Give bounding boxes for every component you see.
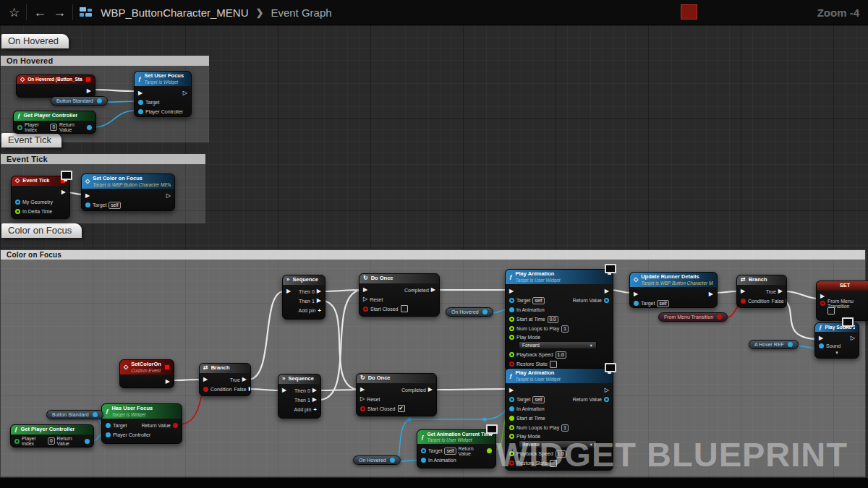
target-pin[interactable] bbox=[106, 423, 111, 428]
my-geometry-pin[interactable] bbox=[15, 200, 20, 205]
breadcrumb-page-name[interactable]: Event Graph bbox=[271, 7, 331, 19]
player-controller-pin[interactable] bbox=[138, 109, 143, 114]
return-value-pin[interactable] bbox=[487, 448, 492, 453]
exec-out-pin[interactable] bbox=[183, 90, 187, 96]
true-exec-pin[interactable] bbox=[242, 377, 247, 382]
target-pin[interactable] bbox=[421, 448, 426, 453]
completed-pin[interactable] bbox=[428, 387, 433, 393]
exec-out-pin[interactable] bbox=[605, 388, 609, 393]
exec-in-pin[interactable] bbox=[203, 377, 208, 382]
player-index-pin[interactable] bbox=[17, 125, 22, 130]
return-value-pin[interactable] bbox=[604, 298, 609, 303]
then-1-pin[interactable] bbox=[312, 397, 317, 403]
restore-state-checkbox[interactable] bbox=[550, 460, 557, 467]
target-pin[interactable] bbox=[634, 301, 639, 306]
start-closed-pin[interactable] bbox=[360, 406, 365, 411]
exec-in-pin[interactable] bbox=[509, 288, 514, 294]
target-pin[interactable] bbox=[138, 100, 143, 105]
return-value-pin[interactable] bbox=[87, 125, 92, 130]
exec-in-pin[interactable] bbox=[741, 288, 745, 294]
output-pin[interactable] bbox=[93, 412, 98, 417]
in-animation-pin[interactable] bbox=[509, 406, 514, 411]
exec-out-pin[interactable] bbox=[851, 335, 855, 341]
return-value-pin[interactable] bbox=[173, 423, 178, 428]
condition-pin[interactable] bbox=[741, 299, 746, 304]
variable-pill-from-menu-transition[interactable]: From Menu Transition bbox=[658, 312, 728, 322]
forward-arrow-icon[interactable]: → bbox=[53, 5, 66, 20]
variable-pill-on-hovered[interactable]: On Hovered bbox=[353, 455, 401, 465]
play-mode-pin[interactable] bbox=[509, 434, 514, 439]
output-pin[interactable] bbox=[97, 98, 102, 103]
player-controller-pin[interactable] bbox=[106, 432, 111, 437]
node-get-player-controller[interactable]: ƒ Get Player Controller Player Index0 Re… bbox=[10, 424, 94, 448]
then-1-pin[interactable] bbox=[317, 298, 321, 304]
num-loops-pin[interactable] bbox=[509, 425, 514, 430]
add-pin-label[interactable]: Add pin bbox=[294, 407, 312, 412]
target-pin[interactable] bbox=[85, 202, 90, 207]
exec-in-pin[interactable] bbox=[509, 388, 514, 393]
target-pin[interactable] bbox=[509, 298, 514, 303]
variable-pill-a-hover-ref[interactable]: A Hover REF bbox=[749, 340, 799, 349]
node-set-user-focus[interactable]: ƒ Set User Focus Target is Widget Target… bbox=[134, 71, 192, 117]
num-loops-value[interactable]: 1 bbox=[561, 424, 569, 432]
start-closed-checkbox[interactable] bbox=[401, 305, 408, 312]
playback-speed-pin[interactable] bbox=[509, 352, 514, 357]
start-at-time-value[interactable]: 0.0 bbox=[548, 316, 558, 323]
expand-arrow-icon[interactable]: ▼ bbox=[835, 351, 839, 355]
delegate-pin[interactable] bbox=[85, 77, 91, 82]
favorite-star-icon[interactable]: ☆ bbox=[9, 7, 20, 19]
completed-pin[interactable] bbox=[431, 287, 435, 293]
node-set-color-on-focus-call[interactable]: ◇ Set Color on Focus Target is WBP Butto… bbox=[81, 174, 175, 211]
exec-out-pin[interactable] bbox=[87, 88, 91, 94]
exec-in-pin[interactable] bbox=[282, 388, 286, 393]
player-index-value[interactable]: 0 bbox=[48, 437, 55, 445]
node-has-user-focus[interactable]: ƒ Has User Focus Target is Widget Target… bbox=[101, 403, 182, 444]
variable-pin[interactable] bbox=[820, 301, 825, 306]
exec-out-pin[interactable] bbox=[166, 193, 171, 199]
in-animation-pin[interactable] bbox=[421, 458, 426, 463]
node-do-once-2[interactable]: ↻ Do Once Completed Reset Start Closed✔ bbox=[356, 373, 437, 416]
true-exec-pin[interactable] bbox=[778, 288, 783, 294]
node-get-animation-current-time[interactable]: ƒ Get Animation Current Time Target is U… bbox=[417, 429, 496, 468]
add-pin-icon[interactable]: + bbox=[318, 307, 321, 314]
comment-header[interactable]: Event Tick bbox=[1, 154, 205, 164]
add-pin-icon[interactable]: + bbox=[313, 406, 317, 413]
false-exec-pin[interactable] bbox=[249, 386, 251, 392]
restore-state-checkbox[interactable] bbox=[550, 361, 557, 368]
node-branch-2[interactable]: ⇄ Branch True ConditionFalse bbox=[736, 275, 787, 308]
comment-tab-color-on-focus[interactable]: Color on Focus bbox=[1, 223, 82, 238]
player-index-value[interactable]: 0 bbox=[50, 124, 57, 131]
node-setcoloronfocus-event[interactable]: ◇ SetColorOnFocus Custom Event bbox=[119, 359, 174, 388]
start-closed-pin[interactable] bbox=[363, 307, 368, 312]
sound-pin[interactable] bbox=[819, 343, 824, 348]
comment-header[interactable]: Color on Focus bbox=[1, 250, 865, 260]
return-value-pin[interactable] bbox=[604, 397, 609, 402]
node-sequence-2[interactable]: » Sequence Then 0 Then 1 Add pin+ bbox=[278, 374, 321, 419]
variable-pill-on-hovered[interactable]: On Hovered bbox=[446, 307, 493, 317]
comment-tab-on-hovered[interactable]: On Hovered bbox=[1, 34, 69, 48]
playback-speed-value[interactable]: 1.0 bbox=[556, 351, 566, 359]
comment-header[interactable]: On Hovered bbox=[1, 56, 209, 66]
node-play-animation-forward[interactable]: ƒ Play Animation Target is User Widget T… bbox=[505, 269, 613, 372]
node-event-tick[interactable]: ◇ Event Tick My Geometry In Delta Time bbox=[11, 176, 70, 219]
node-sequence-1[interactable]: » Sequence Then 0 Then 1 Add pin+ bbox=[282, 275, 326, 320]
num-loops-pin[interactable] bbox=[509, 326, 514, 331]
reset-pin[interactable] bbox=[360, 396, 365, 402]
node-play-sound-2d[interactable]: ƒ Play Sound 2D Sound ▼ bbox=[814, 322, 859, 359]
add-pin-label[interactable]: Add pin bbox=[299, 308, 316, 313]
variable-pill-button-standard[interactable]: Button Standard bbox=[51, 96, 108, 106]
output-pin[interactable] bbox=[717, 314, 722, 320]
output-pin[interactable] bbox=[390, 458, 395, 463]
variable-checkbox[interactable] bbox=[827, 307, 835, 314]
node-branch-1[interactable]: ⇄ Branch True ConditionFalse bbox=[199, 363, 251, 396]
node-update-runner-details[interactable]: ◇ Update Runner Details Target is WBP Bu… bbox=[629, 272, 718, 308]
exec-out-pin[interactable] bbox=[61, 189, 66, 195]
start-at-time-pin[interactable] bbox=[509, 416, 514, 421]
breadcrumb-asset-name[interactable]: WBP_ButtonCharacter_MENU bbox=[101, 7, 248, 19]
exec-out-pin[interactable] bbox=[166, 379, 170, 385]
num-loops-value[interactable]: 1 bbox=[561, 325, 569, 333]
player-index-pin[interactable] bbox=[14, 439, 20, 444]
playback-speed-pin[interactable] bbox=[509, 451, 514, 456]
target-pin[interactable] bbox=[509, 397, 514, 402]
start-closed-checkbox-checked[interactable]: ✔ bbox=[398, 405, 405, 412]
